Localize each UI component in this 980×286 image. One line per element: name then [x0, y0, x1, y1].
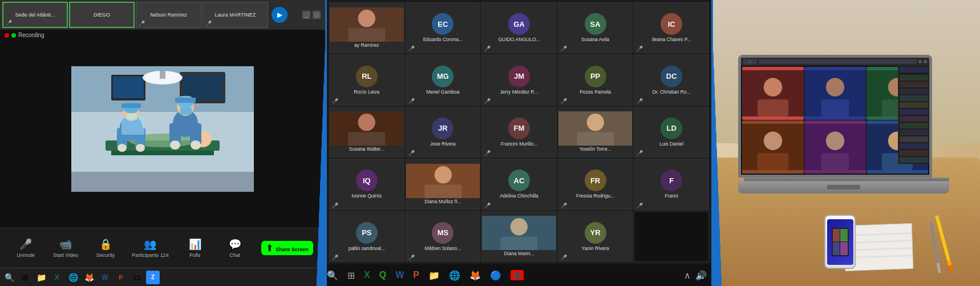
- grid-cell-7[interactable]: JM Jerry Méndez R... 🎤: [481, 54, 557, 105]
- mute-icon-7: 🎤: [484, 98, 491, 104]
- grid-cell-0[interactable]: ay Ramírez: [329, 2, 404, 53]
- polls-button[interactable]: 📊 Polls: [181, 238, 209, 258]
- chrome-icon[interactable]: 🌐: [66, 271, 80, 284]
- zoom-grid-icon[interactable]: ⊞: [347, 270, 355, 281]
- participant-thumb-0[interactable]: Sede del Atlánti... 🎤: [2, 2, 68, 28]
- avatar-8: PP: [585, 66, 606, 87]
- grid-cell-14[interactable]: LD Luis Daniel 🎤: [634, 107, 709, 158]
- grid-cell-10[interactable]: Susana Walter...: [329, 107, 404, 158]
- unmute-button[interactable]: 🎤 Unmute: [12, 238, 39, 258]
- svg-point-19: [118, 144, 127, 152]
- grid-cell-6[interactable]: MG Meriel Gamboa 🎤: [406, 54, 481, 105]
- chat-button[interactable]: 💬 Chat: [221, 238, 249, 258]
- svg-point-45: [511, 218, 528, 235]
- mute-icon-12: 🎤: [484, 150, 491, 156]
- participant-grid-name-15: Ivonne Quirós: [350, 193, 383, 199]
- zoom-ppt-icon[interactable]: P: [413, 270, 419, 280]
- grid-cell-16[interactable]: Diana Muñoz ñ...: [406, 159, 481, 210]
- mute-icon-8: 🎤: [561, 98, 567, 104]
- powerpoint-icon[interactable]: P: [114, 271, 128, 284]
- grid-cell-22[interactable]: Diana Marin...: [481, 211, 557, 262]
- zoom-qb-icon[interactable]: Q: [379, 270, 386, 280]
- svg-rect-16: [122, 103, 141, 108]
- minimize-button[interactable]: _: [302, 11, 310, 19]
- task-view-icon[interactable]: ⊞: [18, 271, 32, 284]
- zoom-taskbar-icon[interactable]: Z: [146, 271, 160, 284]
- zoom-excel-icon[interactable]: X: [364, 270, 370, 280]
- mute-icon-21: 🎤: [408, 255, 415, 260]
- laptop-cell-4: [742, 120, 804, 174]
- mic-muted-icon-3: 🎤: [205, 21, 212, 26]
- svg-rect-7: [160, 71, 165, 79]
- zoom-firefox-icon[interactable]: 🦊: [469, 270, 481, 281]
- svg-rect-52: [821, 99, 849, 116]
- start-video-button[interactable]: 📹 Start Video: [52, 238, 79, 258]
- svg-rect-25: [175, 98, 196, 103]
- grid-cell-19[interactable]: F Franci 🎤: [634, 159, 709, 210]
- laptop-cell-5: [804, 120, 866, 174]
- svg-point-28: [170, 140, 180, 150]
- mute-icon-1: 🎤: [408, 46, 415, 51]
- grid-cell-1[interactable]: EC Eduardo Corona... 🎤: [406, 2, 481, 53]
- system-tray-sound[interactable]: 🔊: [695, 270, 707, 281]
- grid-cell-24[interactable]: [634, 211, 709, 262]
- grid-cell-4[interactable]: IC Ileana Chaves P... 🎤: [634, 2, 709, 53]
- chat-icon: 💬: [229, 238, 241, 251]
- avatar-9: DC: [661, 66, 682, 87]
- participant-thumb-2[interactable]: Nelson Ramírez 🎤: [136, 2, 201, 28]
- mute-icon-5: 🎤: [332, 98, 338, 104]
- security-icon: 🔒: [99, 238, 112, 251]
- grid-cell-3[interactable]: SA Susana Avila 🎤: [558, 2, 633, 53]
- zoom-edge-icon[interactable]: 🔵: [490, 270, 501, 281]
- grid-cell-8[interactable]: PP Pozas Pamela 🎤: [558, 54, 633, 105]
- zoom-chrome-icon[interactable]: 🌐: [449, 270, 460, 281]
- grid-cell-9[interactable]: DC Dr. Christian Ro... 🎤: [634, 54, 709, 105]
- excel-icon[interactable]: X: [50, 271, 64, 284]
- grid-cell-2[interactable]: GA GUIDO.ANGULO... 🎤: [481, 2, 557, 53]
- avatar-19: F: [661, 170, 682, 191]
- avatar-12: FM: [508, 118, 530, 139]
- participants-button[interactable]: 👥 Participants 124: [132, 238, 169, 258]
- grid-cell-11[interactable]: JR Jose Rivera 🎤: [406, 107, 481, 158]
- unmute-label: Unmute: [17, 252, 35, 258]
- participant-grid-name-22: Diana Marin...: [503, 250, 536, 257]
- svg-point-48: [764, 78, 782, 96]
- folder-icon[interactable]: 🗂: [130, 271, 144, 284]
- avatar-18: FR: [585, 170, 606, 191]
- grid-cell-20[interactable]: PS pablo sandoval... 🎤: [329, 211, 404, 262]
- avatar-6: MG: [432, 66, 453, 87]
- grid-cell-23[interactable]: YR Yanin Rivera 🎤: [558, 211, 633, 262]
- avatar-4: IC: [661, 13, 682, 35]
- right-panel: Z: [713, 0, 980, 286]
- svg-rect-30: [122, 118, 144, 135]
- svg-rect-31: [71, 172, 254, 192]
- participants-icon: 👥: [144, 238, 156, 251]
- grid-cell-18[interactable]: FR Fressia Rodrigu... 🎤: [558, 159, 633, 210]
- participant-grid-name-11: Jose Rivera: [429, 141, 457, 147]
- participant-thumb-1[interactable]: DIEGO: [69, 2, 135, 28]
- participant-thumb-3[interactable]: Laura MARTINEZ 🎤: [203, 2, 268, 28]
- zoom-word-icon[interactable]: W: [395, 270, 404, 280]
- grid-cell-12[interactable]: FM Francini Murillo... 🎤: [481, 107, 557, 158]
- mute-icon-3: 🎤: [561, 46, 567, 51]
- firefox-icon[interactable]: 🦊: [82, 271, 96, 284]
- word-icon[interactable]: W: [98, 271, 112, 284]
- system-tray-up[interactable]: ∧: [684, 270, 691, 281]
- grid-cell-5[interactable]: RL Rocío Leiva 🎤: [329, 54, 404, 105]
- mute-icon-20: 🎤: [332, 255, 338, 260]
- security-button[interactable]: 🔒 Security: [92, 238, 119, 258]
- grid-cell-13[interactable]: Yoselín Torre...: [558, 107, 633, 158]
- windows-search-icon[interactable]: 🔍: [2, 271, 16, 284]
- zoom-search-icon[interactable]: 🔍: [327, 270, 338, 281]
- expand-participants-button[interactable]: ▶: [272, 7, 287, 23]
- grid-cell-15[interactable]: IQ Ivonne Quirós 🎤: [329, 159, 404, 210]
- zoom-folder-icon[interactable]: 📁: [428, 270, 440, 281]
- file-explorer-icon[interactable]: 📁: [34, 271, 48, 284]
- zoom-camera-icon[interactable]: 🎥: [511, 270, 524, 280]
- share-screen-button[interactable]: ⬆ Share Screen: [261, 241, 313, 255]
- avatar-7: JM: [508, 66, 530, 87]
- grid-cell-17[interactable]: AC Adelina Chinchilla 🎤: [481, 159, 557, 210]
- svg-rect-43: [424, 184, 461, 198]
- avatar-5: RL: [356, 66, 378, 87]
- grid-cell-21[interactable]: MS Mildren Solano... 🎤: [406, 211, 481, 262]
